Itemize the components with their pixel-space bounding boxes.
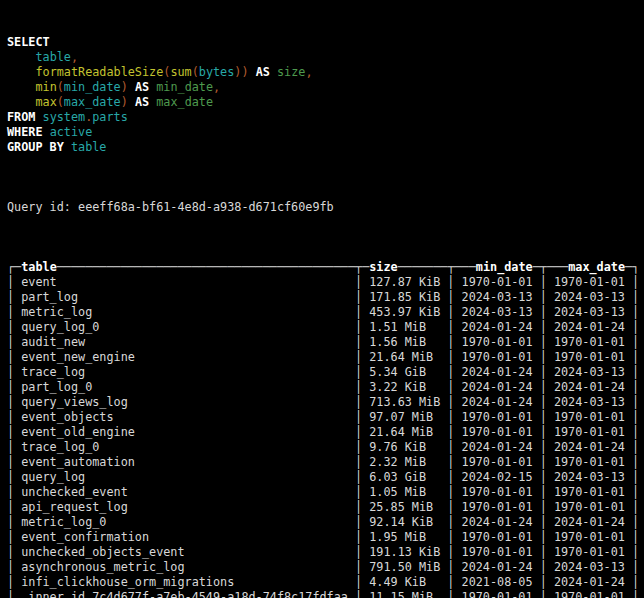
table-row: │ .inner_id.7c4d677f-a7eb-4549-a18d-74f8… — [7, 590, 639, 598]
query-id-value: eeeff68a-bf61-4e8d-a938-d671cf60e9fb — [78, 200, 334, 214]
table-row: │ trace_log │ 5.34 GiB │ 2024-01-24 │ 20… — [7, 365, 639, 379]
table-row: │ event_old_engine │ 21.64 MiB │ 1970-01… — [7, 425, 639, 439]
table-row: │ metric_log │ 453.97 KiB │ 2024-03-13 │… — [7, 305, 639, 319]
column-header-max_date: max_date — [568, 260, 625, 274]
query-result-table: ┌─table─────────────────────────────────… — [7, 260, 644, 598]
table-row: │ audit_new │ 1.56 MiB │ 1970-01-01 │ 19… — [7, 335, 639, 349]
table-row: │ event_confirmation │ 1.95 MiB │ 1970-0… — [7, 530, 639, 544]
query-line: formatReadableSize(sum(bytes)) AS size, — [7, 65, 313, 79]
table-row: │ unchecked_event │ 1.05 MiB │ 1970-01-0… — [7, 485, 639, 499]
table-row: │ trace_log_0 │ 9.76 KiB │ 2024-01-24 │ … — [7, 440, 639, 454]
table-row: │ query_views_log │ 713.63 MiB │ 2024-01… — [7, 395, 639, 409]
table-header-row: ┌─table─────────────────────────────────… — [7, 260, 639, 274]
table-row: │ infi_clickhouse_orm_migrations │ 4.49 … — [7, 575, 639, 589]
table-row: │ event_objects │ 97.07 MiB │ 1970-01-01… — [7, 410, 639, 424]
column-header-min_date: min_date — [476, 260, 533, 274]
column-header-table: table — [21, 260, 57, 274]
query-line: min(min_date) AS min_date, — [7, 80, 220, 94]
table-row: │ api_request_log │ 25.85 MiB │ 1970-01-… — [7, 500, 639, 514]
query-line: GROUP BY table — [7, 140, 106, 154]
query-line: WHERE active — [7, 125, 92, 139]
sql-query: SELECT table, formatReadableSize(sum(byt… — [7, 35, 644, 155]
table-row: │ metric_log_0 │ 92.14 KiB │ 2024-01-24 … — [7, 515, 639, 529]
query-id-label: Query id: — [7, 200, 71, 214]
column-header-size: size — [369, 260, 397, 274]
table-row: │ query_log │ 6.03 GiB │ 2024-02-15 │ 20… — [7, 470, 639, 484]
query-line: max(max_date) AS max_date — [7, 95, 213, 109]
table-row: │ unchecked_objects_event │ 191.13 KiB │… — [7, 545, 639, 559]
table-row: │ query_log_0 │ 1.51 MiB │ 2024-01-24 │ … — [7, 320, 639, 334]
table-row: │ event_new_engine │ 21.64 MiB │ 1970-01… — [7, 350, 639, 364]
table-row: │ part_log │ 171.85 KiB │ 2024-03-13 │ 2… — [7, 290, 639, 304]
terminal-window[interactable]: SELECT table, formatReadableSize(sum(byt… — [0, 0, 644, 598]
table-row: │ event_automation │ 2.32 MiB │ 1970-01-… — [7, 455, 639, 469]
table-row: │ part_log_0 │ 3.22 KiB │ 2024-01-24 │ 2… — [7, 380, 639, 394]
query-id-line: Query id: eeeff68a-bf61-4e8d-a938-d671cf… — [7, 200, 644, 215]
table-row: │ asynchronous_metric_log │ 791.50 MiB │… — [7, 560, 639, 574]
table-row: │ event │ 127.87 KiB │ 1970-01-01 │ 1970… — [7, 275, 639, 289]
query-line: SELECT — [7, 35, 50, 49]
query-line: FROM system.parts — [7, 110, 128, 124]
query-line: table, — [7, 50, 78, 64]
